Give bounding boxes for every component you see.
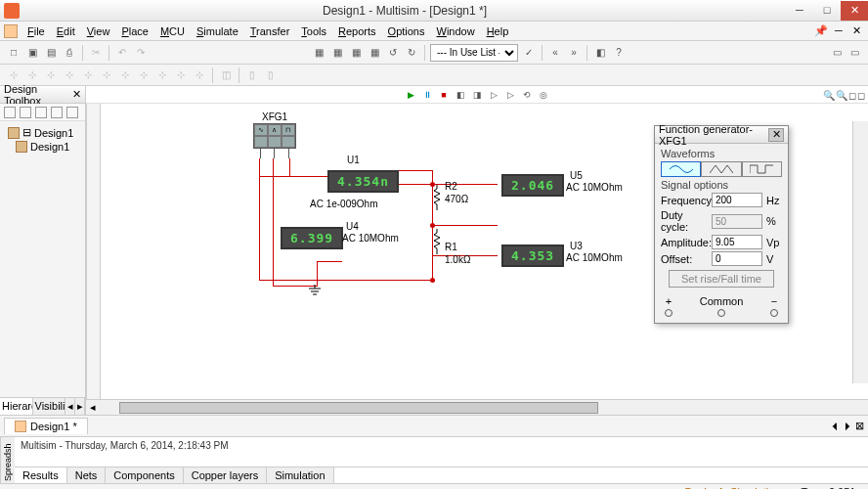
waveform-sine-button[interactable]	[661, 161, 701, 177]
inst1-button[interactable]: ▭	[829, 45, 845, 61]
sim-step3[interactable]: ▷	[487, 88, 500, 102]
chk-button[interactable]: ✓	[521, 45, 537, 61]
function-generator-component[interactable]: ∿∧⊓	[253, 123, 296, 158]
hscrollbar[interactable]: ◂	[86, 399, 868, 415]
p13[interactable]: ▯	[244, 67, 260, 83]
term-plus[interactable]	[665, 309, 673, 317]
amplitude-input[interactable]	[712, 235, 762, 249]
meter-u4[interactable]: 6.399	[281, 227, 343, 249]
inst2-button[interactable]: ▭	[846, 45, 862, 61]
sb-tool1[interactable]	[4, 107, 16, 118]
p1[interactable]: ⊹	[6, 67, 22, 83]
resistor-r2[interactable]	[433, 185, 441, 210]
sidebar-tab-left[interactable]: ◂	[65, 398, 75, 415]
zoom-fit-button[interactable]: ◻	[848, 88, 856, 102]
sb-tool2[interactable]	[20, 107, 31, 118]
tree-child[interactable]: Design1	[4, 140, 81, 154]
meter-u5[interactable]: 2.046	[501, 174, 564, 197]
tree-root[interactable]: ⊟ Design1	[4, 125, 81, 140]
p14[interactable]: ▯	[263, 67, 279, 83]
p6[interactable]: ⊹	[99, 67, 114, 83]
p8[interactable]: ⊹	[136, 67, 152, 83]
menu-options[interactable]: Options	[382, 23, 431, 39]
sb-tool3[interactable]	[35, 107, 47, 118]
mdi-min-button[interactable]: ─	[831, 24, 846, 38]
doctab-right[interactable]: ⏵	[843, 420, 853, 432]
menu-file[interactable]: File	[22, 23, 51, 39]
grid1-button[interactable]: ▦	[311, 45, 326, 61]
sim-step6[interactable]: ◎	[537, 88, 550, 102]
inuse-select[interactable]: --- In Use List ---	[430, 44, 518, 62]
mdi-pin-button[interactable]: 📌	[813, 24, 829, 38]
sidebar-tab-visibility[interactable]: Visibilit	[33, 398, 66, 415]
sidebar-close-icon[interactable]: ✕	[72, 88, 81, 101]
new-button[interactable]: □	[6, 45, 22, 61]
zoom-sel-button[interactable]: ◻	[857, 88, 865, 102]
zoom-out-button[interactable]: 🔍	[836, 88, 847, 102]
waveform-square-button[interactable]	[742, 161, 782, 177]
menu-help[interactable]: Help	[481, 23, 515, 39]
p9[interactable]: ⊹	[154, 67, 170, 83]
meter-u1[interactable]: 4.354n	[327, 170, 399, 193]
menu-simulate[interactable]: Simulate	[191, 23, 244, 39]
waveform-triangle-button[interactable]	[701, 161, 741, 177]
grid4-button[interactable]: ▦	[367, 45, 382, 61]
function-generator-dialog[interactable]: Function generator-XFG1 ✕ Waveforms Sign…	[654, 125, 789, 324]
p10[interactable]: ⊹	[173, 67, 189, 83]
menu-tools[interactable]: Tools	[295, 23, 332, 39]
bottom-tab-copper-layers[interactable]: Copper layers	[184, 467, 267, 483]
open-button[interactable]: ▣	[24, 45, 40, 61]
p3[interactable]: ⊹	[43, 67, 59, 83]
bottom-tab-simulation[interactable]: Simulation	[267, 467, 333, 483]
db-button[interactable]: ◧	[592, 45, 608, 61]
a1-button[interactable]: «	[547, 45, 563, 61]
sim-pause-button[interactable]: ⏸	[420, 88, 434, 102]
rise-fall-button[interactable]: Set rise/Fall time	[669, 270, 774, 288]
sim-stop-button[interactable]: ■	[437, 88, 451, 102]
mdi-close-button[interactable]: ✕	[848, 24, 864, 38]
spreadsheet-tab[interactable]: Spreadsh	[0, 437, 15, 483]
menu-place[interactable]: Place	[115, 23, 154, 39]
sidebar-tab-right[interactable]: ▸	[75, 398, 85, 415]
sim-play-button[interactable]: ▶	[404, 88, 417, 102]
rot-l-button[interactable]: ↺	[385, 45, 401, 61]
menu-mcu[interactable]: MCU	[154, 23, 191, 39]
p5[interactable]: ⊹	[80, 67, 96, 83]
offset-input[interactable]	[712, 251, 762, 266]
grid2-button[interactable]: ▦	[329, 45, 345, 61]
p7[interactable]: ⊹	[117, 67, 133, 83]
fgen-close-button[interactable]: ✕	[768, 128, 784, 142]
minimize-button[interactable]: ─	[786, 1, 813, 21]
undo-button[interactable]: ↶	[114, 45, 130, 61]
doctab-close[interactable]: ⊠	[855, 420, 864, 432]
save-button[interactable]: ▤	[43, 45, 59, 61]
maximize-button[interactable]: □	[813, 1, 841, 21]
redo-button[interactable]: ↷	[133, 45, 149, 61]
bottom-tab-nets[interactable]: Nets	[67, 467, 107, 483]
sim-step2[interactable]: ◨	[470, 88, 484, 102]
print-button[interactable]: ⎙	[62, 45, 77, 61]
zoom-in-button[interactable]: 🔍	[823, 88, 835, 102]
term-minus[interactable]	[770, 309, 778, 317]
menu-reports[interactable]: Reports	[332, 23, 382, 39]
meter-u3[interactable]: 4.353	[501, 244, 564, 267]
sb-tool4[interactable]	[51, 107, 63, 118]
resistor-r1[interactable]	[433, 229, 441, 254]
close-button[interactable]: ✕	[841, 1, 868, 21]
sidebar-tab-hierarchy[interactable]: Hierarchy	[0, 398, 33, 415]
p12[interactable]: ◫	[218, 67, 234, 83]
p2[interactable]: ⊹	[24, 67, 40, 83]
cut-button[interactable]: ✂	[88, 45, 104, 61]
rot-r-button[interactable]: ↻	[404, 45, 419, 61]
document-tab[interactable]: Design1 *	[4, 418, 88, 434]
grid3-button[interactable]: ▦	[348, 45, 364, 61]
frequency-input[interactable]	[712, 193, 762, 207]
doctab-left[interactable]: ⏴	[830, 420, 841, 432]
menu-edit[interactable]: Edit	[51, 23, 81, 39]
sb-tool5[interactable]	[66, 107, 78, 118]
sim-step4[interactable]: ▷	[503, 88, 517, 102]
p11[interactable]: ⊹	[192, 67, 207, 83]
menu-transfer[interactable]: Transfer	[244, 23, 296, 39]
help-button[interactable]: ?	[611, 45, 627, 61]
sim-step5[interactable]: ⟲	[520, 88, 534, 102]
